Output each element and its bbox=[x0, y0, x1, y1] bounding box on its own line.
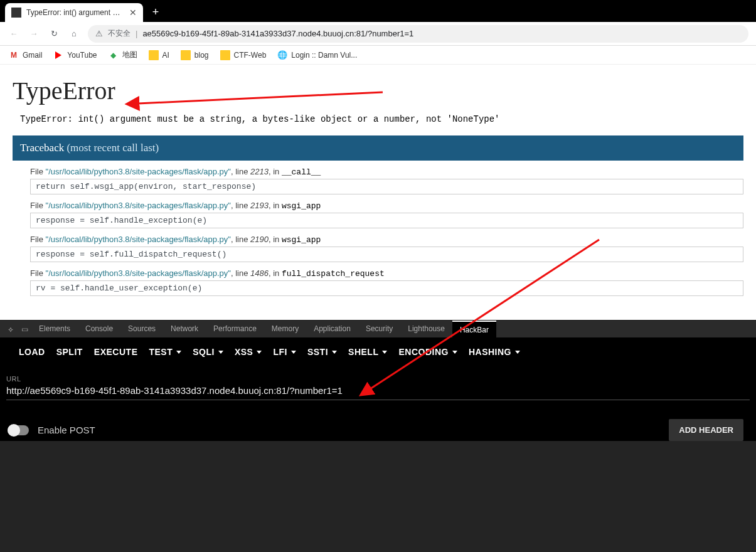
devtools-tab-lighthouse[interactable]: Lighthouse bbox=[400, 321, 452, 338]
inspect-icon[interactable]: ⟡ bbox=[4, 325, 18, 334]
bookmark-gmail[interactable]: Gmail bbox=[9, 50, 42, 60]
bookmarks-bar: Gmail YouTube 地图 AI blog CTF-Web Login :… bbox=[0, 46, 756, 65]
frame-location: File "/usr/local/lib/python3.8/site-pack… bbox=[30, 167, 743, 177]
chevron-down-icon bbox=[332, 351, 337, 354]
traceback-header: Traceback (most recent call last) bbox=[13, 135, 743, 161]
frame-location: File "/usr/local/lib/python3.8/site-pack… bbox=[30, 235, 743, 245]
chevron-down-icon bbox=[452, 351, 457, 354]
hackbar-body: URL http://ae5569c9-b169-45f1-89ab-3141a… bbox=[0, 366, 756, 441]
chevron-down-icon bbox=[176, 351, 181, 354]
folder-icon bbox=[181, 50, 191, 60]
devtools-tab-network[interactable]: Network bbox=[163, 321, 206, 338]
error-text: TypeError: int() argument must be a stri… bbox=[20, 114, 743, 124]
omnibox[interactable]: ⚠ 不安全 | ae5569c9-b169-45f1-89ab-3141a393… bbox=[88, 25, 748, 43]
forward-icon[interactable]: → bbox=[28, 28, 40, 40]
maps-icon bbox=[109, 50, 119, 60]
bookmark-ctfweb[interactable]: CTF-Web bbox=[220, 50, 267, 60]
chevron-down-icon bbox=[291, 351, 296, 354]
frame-code[interactable]: response = self.handle_exception(e) bbox=[30, 213, 743, 228]
enable-post-label: Enable POST bbox=[38, 425, 95, 435]
frame-location: File "/usr/local/lib/python3.8/site-pack… bbox=[30, 268, 743, 279]
chevron-down-icon bbox=[515, 351, 520, 354]
hackbar-shell-menu[interactable]: SHELL bbox=[348, 347, 387, 357]
devtools-tab-application[interactable]: Application bbox=[306, 321, 358, 338]
bookmark-dvwa[interactable]: Login :: Damn Vul... bbox=[277, 50, 357, 60]
devtools-tab-sources[interactable]: Sources bbox=[120, 321, 163, 338]
bookmark-maps[interactable]: 地图 bbox=[109, 50, 137, 60]
tab-title: TypeError: int() argument mus bbox=[26, 8, 124, 17]
folder-icon bbox=[220, 50, 230, 60]
frame-code[interactable]: response = self.full_dispatch_request() bbox=[30, 247, 743, 262]
frame-location: File "/usr/local/lib/python3.8/site-pack… bbox=[30, 201, 743, 211]
browser-tab-active[interactable]: TypeError: int() argument mus ✕ bbox=[5, 3, 143, 22]
traceback-label: Traceback bbox=[20, 142, 64, 154]
traceback-note: (most recent call last) bbox=[67, 142, 159, 154]
bookmark-label: AI bbox=[162, 51, 169, 60]
traceback-frame: File "/usr/local/lib/python3.8/site-pack… bbox=[30, 167, 743, 194]
back-icon[interactable]: ← bbox=[8, 28, 20, 40]
traceback-frames: File "/usr/local/lib/python3.8/site-pack… bbox=[13, 167, 743, 296]
bookmark-label: blog bbox=[194, 51, 209, 60]
hackbar-xss-menu[interactable]: XSS bbox=[235, 347, 262, 357]
page-content: TypeError TypeError: int() argument must… bbox=[0, 65, 756, 320]
insecure-label: 不安全 bbox=[108, 28, 130, 39]
devtools-tab-elements[interactable]: Elements bbox=[31, 321, 78, 338]
devtools-panel: ⟡ ▭ ElementsConsoleSourcesNetworkPerform… bbox=[0, 320, 756, 552]
home-icon[interactable]: ⌂ bbox=[68, 28, 80, 40]
devtools-tab-hackbar[interactable]: HackBar bbox=[452, 321, 496, 338]
bookmark-label: CTF-Web bbox=[234, 51, 267, 60]
hackbar-sqli-menu[interactable]: SQLI bbox=[193, 347, 223, 357]
device-icon[interactable]: ▭ bbox=[18, 325, 31, 334]
bookmark-label: 地图 bbox=[122, 50, 137, 60]
new-tab-button[interactable]: + bbox=[147, 3, 164, 21]
chevron-down-icon bbox=[218, 351, 223, 354]
bookmark-label: YouTube bbox=[67, 51, 97, 60]
devtools-tab-memory[interactable]: Memory bbox=[264, 321, 306, 338]
hackbar-execute-button[interactable]: EXECUTE bbox=[94, 347, 138, 357]
hackbar-ssti-menu[interactable]: SSTI bbox=[307, 347, 337, 357]
frame-code[interactable]: rv = self.handle_user_exception(e) bbox=[30, 280, 743, 296]
traceback-frame: File "/usr/local/lib/python3.8/site-pack… bbox=[30, 235, 743, 262]
devtools-tab-performance[interactable]: Performance bbox=[206, 321, 264, 338]
bookmark-label: Gmail bbox=[23, 51, 42, 60]
globe-icon bbox=[277, 50, 287, 60]
devtools-tab-security[interactable]: Security bbox=[358, 321, 400, 338]
hackbar-encoding-menu[interactable]: ENCODING bbox=[398, 347, 457, 357]
traceback-frame: File "/usr/local/lib/python3.8/site-pack… bbox=[30, 201, 743, 228]
hackbar-load-button[interactable]: LOAD bbox=[19, 347, 45, 357]
separator-icon: | bbox=[136, 29, 137, 38]
devtools-tab-console[interactable]: Console bbox=[78, 321, 120, 338]
hackbar-toolbar: LOADSPLITEXECUTETESTSQLIXSSLFISSTISHELLE… bbox=[0, 337, 756, 366]
omnibox-url: ae5569c9-b169-45f1-89ab-3141a3933d37.nod… bbox=[142, 29, 741, 38]
add-header-button[interactable]: ADD HEADER bbox=[669, 419, 743, 441]
devtools-tabs-list: ElementsConsoleSourcesNetworkPerformance… bbox=[31, 321, 496, 338]
url-label: URL bbox=[6, 375, 750, 383]
youtube-icon bbox=[53, 50, 63, 60]
hackbar-test-menu[interactable]: TEST bbox=[149, 347, 181, 357]
hackbar-split-button[interactable]: SPLIT bbox=[56, 347, 83, 357]
favicon-icon bbox=[11, 8, 21, 18]
browser-tabstrip: TypeError: int() argument mus ✕ + bbox=[0, 0, 756, 22]
address-bar: ← → ↻ ⌂ ⚠ 不安全 | ae5569c9-b169-45f1-89ab-… bbox=[0, 22, 756, 46]
bookmark-label: Login :: Damn Vul... bbox=[291, 51, 357, 60]
reload-icon[interactable]: ↻ bbox=[48, 28, 60, 40]
devtools-tabs: ⟡ ▭ ElementsConsoleSourcesNetworkPerform… bbox=[0, 320, 756, 337]
page-title: TypeError bbox=[13, 76, 743, 105]
url-input[interactable]: http://ae5569c9-b169-45f1-89ab-3141a3933… bbox=[6, 383, 750, 400]
gmail-icon bbox=[9, 50, 19, 60]
enable-post-toggle[interactable] bbox=[8, 425, 29, 435]
chevron-down-icon bbox=[257, 351, 262, 354]
folder-icon bbox=[149, 50, 159, 60]
traceback-frame: File "/usr/local/lib/python3.8/site-pack… bbox=[30, 268, 743, 296]
bookmark-youtube[interactable]: YouTube bbox=[53, 50, 97, 60]
hackbar-lfi-menu[interactable]: LFI bbox=[273, 347, 296, 357]
bookmark-ai[interactable]: AI bbox=[149, 50, 169, 60]
bookmark-blog[interactable]: blog bbox=[181, 50, 209, 60]
chevron-down-icon bbox=[382, 351, 387, 354]
frame-code[interactable]: return self.wsgi_app(environ, start_resp… bbox=[30, 179, 743, 194]
hackbar-hashing-menu[interactable]: HASHING bbox=[469, 347, 520, 357]
insecure-icon: ⚠ bbox=[95, 29, 103, 38]
close-icon[interactable]: ✕ bbox=[129, 8, 137, 18]
